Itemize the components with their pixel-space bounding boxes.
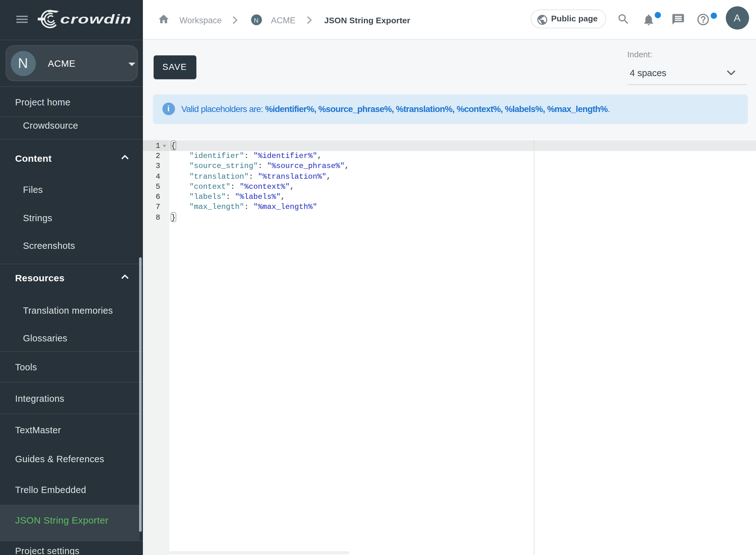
svg-text:crowdin: crowdin [60, 12, 132, 26]
